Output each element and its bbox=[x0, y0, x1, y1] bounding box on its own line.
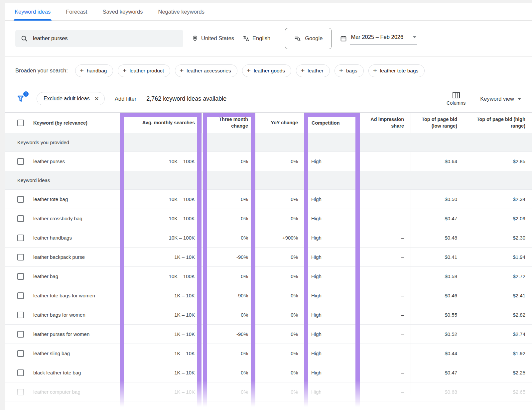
header-top-of-page-bid-low[interactable]: Top of page bid (low range) bbox=[411, 113, 464, 133]
yoy-change-cell: 0% bbox=[255, 370, 305, 375]
row-checkbox[interactable] bbox=[17, 158, 24, 165]
columns-label: Columns bbox=[447, 100, 466, 106]
chevron-down-icon bbox=[413, 36, 417, 38]
row-checkbox[interactable] bbox=[17, 331, 24, 338]
three-month-change-cell: -90% bbox=[201, 293, 255, 298]
top-of-page-bid-high-cell: $2.25 bbox=[464, 363, 532, 382]
broaden-chip-bags[interactable]: +bags bbox=[334, 64, 364, 77]
avg-monthly-searches-cell: 1K – 10K bbox=[120, 331, 201, 337]
row-checkbox[interactable] bbox=[17, 215, 24, 222]
row-checkbox[interactable] bbox=[17, 369, 24, 376]
columns-icon bbox=[452, 92, 460, 99]
row-checkbox[interactable] bbox=[17, 312, 24, 318]
exclude-adult-ideas-chip[interactable]: Exclude adult ideas ✕ bbox=[37, 92, 105, 105]
three-month-change-cell: 0% bbox=[201, 216, 255, 221]
columns-button[interactable]: Columns bbox=[447, 92, 466, 106]
tab-forecast[interactable]: Forecast bbox=[66, 3, 87, 20]
row-checkbox-cell bbox=[5, 312, 26, 318]
ad-impression-share-cell: – bbox=[359, 325, 411, 344]
top-of-page-bid-low-cell: $0.50 bbox=[411, 190, 464, 209]
broaden-chip-leather-goods[interactable]: +leather goods bbox=[242, 64, 291, 77]
row-checkbox-cell bbox=[5, 254, 26, 260]
three-month-change-cell: -90% bbox=[201, 331, 255, 337]
table-row: leather computer bag1K – 10K0%0%High–$0.… bbox=[5, 382, 532, 402]
language-selector[interactable]: English bbox=[243, 35, 270, 42]
keyword-cell: leather sling bag bbox=[26, 351, 120, 356]
three-month-change-cell: 0% bbox=[201, 158, 255, 164]
search-network-icon bbox=[294, 35, 301, 42]
close-icon[interactable]: ✕ bbox=[94, 96, 99, 102]
row-checkbox[interactable] bbox=[17, 292, 24, 299]
table-row: leather handbags10K – 100K0%+900%High–$0… bbox=[5, 228, 532, 248]
top-of-page-bid-high-cell: $2.34 bbox=[464, 190, 532, 209]
location-pin-icon bbox=[192, 35, 198, 42]
broaden-chip-leather-product[interactable]: +leather product bbox=[118, 64, 170, 77]
top-of-page-bid-high-cell: $2.82 bbox=[464, 305, 532, 324]
competition-cell: High bbox=[305, 254, 359, 260]
competition-cell: High bbox=[305, 196, 359, 202]
filter-funnel-button[interactable]: 1 bbox=[15, 93, 27, 104]
yoy-change-cell: 0% bbox=[255, 312, 305, 318]
ad-impression-share-cell: – bbox=[359, 267, 411, 286]
plus-icon: + bbox=[122, 67, 126, 74]
row-checkbox[interactable] bbox=[17, 273, 24, 280]
competition-cell: High bbox=[305, 370, 359, 375]
keyword-cell: leather bag bbox=[26, 273, 120, 279]
search-input[interactable] bbox=[33, 35, 178, 42]
top-of-page-bid-low-cell: $0.47 bbox=[411, 209, 464, 228]
network-selector[interactable]: Google bbox=[285, 28, 332, 49]
select-all-checkbox[interactable] bbox=[17, 120, 24, 126]
header-yoy-change[interactable]: YoY change bbox=[255, 113, 305, 133]
broaden-chip-leather[interactable]: +leather bbox=[296, 64, 330, 77]
keyword-cell: leather tote bags for women bbox=[26, 293, 120, 298]
competition-cell: High bbox=[305, 158, 359, 164]
broaden-chip-handbag[interactable]: +handbag bbox=[75, 64, 113, 77]
broaden-chip-leather-accessories[interactable]: +leather accessories bbox=[175, 64, 237, 77]
header-avg-monthly-searches[interactable]: Avg. monthly searches bbox=[120, 113, 201, 133]
plus-icon: + bbox=[247, 67, 251, 74]
top-of-page-bid-low-cell: $0.64 bbox=[411, 152, 464, 171]
top-of-page-bid-low-cell: $0.47 bbox=[411, 363, 464, 382]
row-checkbox-cell bbox=[5, 369, 26, 376]
date-range-value: Mar 2025 – Feb 2026 bbox=[350, 33, 417, 45]
row-checkbox[interactable] bbox=[17, 389, 24, 395]
table-row: leather purses10K – 100K0%0%High–$0.64$2… bbox=[5, 152, 532, 171]
ad-impression-share-cell: – bbox=[359, 363, 411, 382]
table-row: leather backpack purse1K – 10K-90%0%High… bbox=[5, 248, 532, 267]
table-body: Keywords you providedleather purses10K –… bbox=[5, 133, 532, 402]
yoy-change-cell: +900% bbox=[255, 235, 305, 241]
chip-label: Exclude adult ideas bbox=[44, 96, 90, 102]
top-of-page-bid-low-cell: $0.58 bbox=[411, 267, 464, 286]
location-selector[interactable]: United States bbox=[192, 35, 234, 42]
header-three-month-change[interactable]: Three month change bbox=[201, 113, 255, 133]
row-checkbox[interactable] bbox=[17, 350, 24, 357]
yoy-change-cell: 0% bbox=[255, 389, 305, 395]
tab-keyword-ideas[interactable]: Keyword ideas bbox=[15, 3, 51, 20]
row-checkbox[interactable] bbox=[17, 235, 24, 241]
search-box[interactable] bbox=[15, 30, 183, 47]
plus-icon: + bbox=[80, 67, 84, 74]
row-checkbox-cell bbox=[5, 389, 26, 395]
broaden-chip-leather-tote-bags[interactable]: +leather tote bags bbox=[368, 64, 425, 77]
competition-cell: High bbox=[305, 389, 359, 395]
row-checkbox-cell bbox=[5, 215, 26, 222]
row-checkbox[interactable] bbox=[17, 254, 24, 260]
yoy-change-cell: 0% bbox=[255, 293, 305, 298]
header-keyword[interactable]: Keyword (by relevance) bbox=[26, 120, 120, 126]
keyword-cell: leather bags for women bbox=[26, 312, 120, 318]
top-of-page-bid-low-cell: $0.52 bbox=[411, 325, 464, 344]
header-ad-impression-share[interactable]: Ad impression share bbox=[359, 113, 411, 133]
header-top-of-page-bid-high[interactable]: Top of page bid (high range) bbox=[464, 113, 532, 133]
three-month-change-cell: 0% bbox=[201, 389, 255, 395]
tab-saved-keywords[interactable]: Saved keywords bbox=[102, 3, 143, 20]
top-of-page-bid-low-cell: $0.44 bbox=[411, 344, 464, 363]
table-header-row: Keyword (by relevance) Avg. monthly sear… bbox=[5, 113, 532, 133]
row-checkbox[interactable] bbox=[17, 196, 24, 203]
tab-negative-keywords[interactable]: Negative keywords bbox=[158, 3, 204, 20]
row-checkbox-cell bbox=[5, 350, 26, 357]
header-competition[interactable]: Competition bbox=[305, 113, 359, 133]
date-range-selector[interactable]: Mar 2025 – Feb 2026 bbox=[340, 33, 417, 45]
competition-cell: High bbox=[305, 293, 359, 298]
keyword-view-selector[interactable]: Keyword view bbox=[480, 96, 521, 102]
add-filter-button[interactable]: Add filter bbox=[115, 96, 136, 102]
